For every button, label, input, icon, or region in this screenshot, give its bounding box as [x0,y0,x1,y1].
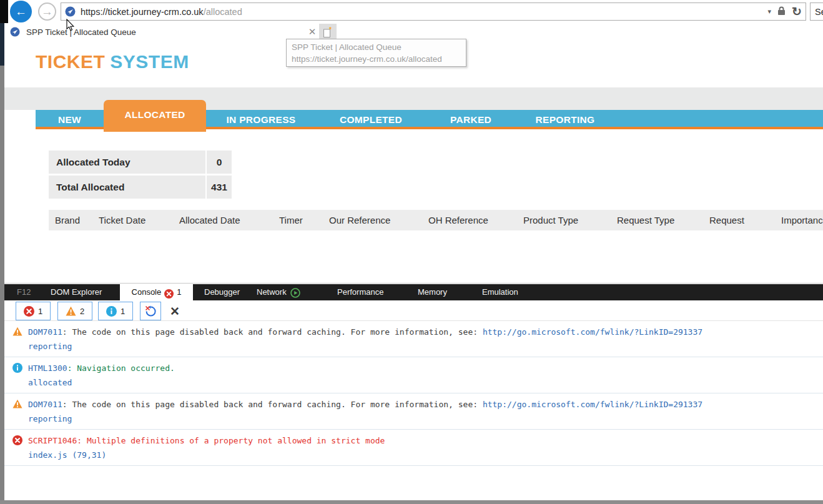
ie-window: ← → https://ticket.journey-crm.co.uk/all… [0,0,823,504]
console-message-body: : The code on this page disabled back an… [62,327,483,337]
column-header-oh-reference[interactable]: OH Reference [428,210,488,230]
console-message-source[interactable]: reporting [28,339,817,353]
stat-value: 0 [207,151,232,174]
record-play-icon [290,287,300,297]
devtools-tab-console[interactable]: Console1 [120,284,193,300]
window-edge [0,500,823,504]
console-message-text: DOM7011: The code on this page disabled … [28,327,702,337]
warning-icon [66,306,76,317]
nav-tab-completed[interactable]: COMPLETED [316,110,426,129]
console-message-source[interactable]: index.js (79,31) [28,448,817,462]
back-arrow-icon: ← [15,6,27,17]
console-message-source[interactable]: allocated [28,375,817,390]
forward-button[interactable]: → [38,2,56,21]
console-message-info: HTML1300: Navigation occurred.allocated [4,357,823,393]
url-text: https://ticket.journey-crm.co.uk/allocat… [81,7,762,17]
queue-nav: NEWALLOCATEDIN PROGRESSCOMPLETEDPARKEDRE… [36,100,823,132]
column-header-request-type[interactable]: Request Type [617,210,674,230]
devtools-tab-performance[interactable]: Performance [337,284,383,300]
logo-ticket: TICKET [36,51,105,72]
tab-close-icon[interactable]: ✕ [307,26,318,37]
column-header-importance[interactable]: Importance [781,210,823,230]
search-text: Se [815,7,823,17]
filter-warnings-button[interactable]: 2 [57,302,92,320]
error-icon [12,435,22,445]
filter-count: 1 [121,307,125,316]
nav-tab-reporting[interactable]: REPORTING [516,110,614,129]
console-message-warning: DOM7011: The code on this page disabled … [4,321,823,357]
devtools-tab-label: Emulation [482,287,518,297]
console-message-body: : Navigation occurred. [67,363,175,373]
warning-icon [12,327,22,337]
stat-value: 431 [207,175,232,199]
browser-tab[interactable]: SPP Ticket | Allocated Queue [10,23,325,41]
browser-toolbar: ← → https://ticket.journey-crm.co.uk/all… [8,0,823,23]
nav-tab-allocated[interactable]: ALLOCATED [104,100,206,132]
clear-on-navigate-icon [145,305,157,317]
forward-arrow-icon: → [41,6,53,17]
console-message-text: DOM7011: The code on this page disabled … [28,400,702,409]
filter-info-button[interactable]: 1 [98,302,133,320]
column-header-request[interactable]: Request [709,210,744,230]
stat-label: Allocated Today [49,151,205,174]
stat-label: Total Allocated [49,175,205,199]
warning-icon [12,399,22,409]
new-tab-button[interactable]: * [319,24,337,41]
console-toolbar: 121✕ [4,300,823,321]
info-icon [12,363,22,373]
console-message-code: HTML1300 [28,363,67,373]
devtools-tab-label: Debugger [204,287,240,297]
console-message-source[interactable]: reporting [28,412,817,426]
console-message-body: : The code on this page disabled back an… [62,400,483,409]
devtools-tab-memory[interactable]: Memory [418,284,447,300]
refresh-icon[interactable]: ↻ [792,4,802,19]
clear-console-button[interactable]: ✕ [165,302,184,320]
queue-table-header: BrandTicket DateAllocated DateTimerOur R… [49,210,823,230]
svg-text:*: * [329,27,332,33]
tab-favicon [10,27,21,37]
clear-on-navigate-button[interactable] [140,302,161,320]
tab-title: SPP Ticket | Allocated Queue [26,27,136,37]
devtools-tab-dom-explorer[interactable]: DOM Explorer [51,284,102,300]
console-error-badge-count: 1 [177,284,181,300]
search-input[interactable]: Se [810,2,823,21]
column-header-timer[interactable]: Timer [279,210,303,230]
column-header-ticket-date[interactable]: Ticket Date [99,210,145,230]
console-message-link[interactable]: http://go.microsoft.com/fwlink/?LinkID=2… [483,400,702,409]
info-icon [106,306,117,317]
column-header-allocated-date[interactable]: Allocated Date [179,210,240,230]
console-message-text: HTML1300: Navigation occurred. [28,363,175,373]
console-message-text: SCRIPT1046: Multiple definitions of a pr… [28,436,385,445]
lock-icon [777,6,786,17]
devtools-top-border [4,283,823,284]
site-favicon [65,6,76,17]
devtools-tab-label: Console [132,284,162,300]
devtools-tab-network[interactable]: Network [257,284,300,300]
mouse-cursor [66,19,76,32]
console-message-link[interactable]: http://go.microsoft.com/fwlink/?LinkID=2… [483,327,702,337]
window-edge [0,66,4,504]
devtools-tab-debugger[interactable]: Debugger [204,284,240,300]
nav-tab-in-progress[interactable]: IN PROGRESS [206,110,316,129]
devtools-tab-label: Performance [337,287,383,297]
console-output: DOM7011: The code on this page disabled … [4,321,823,466]
devtools-menu-f12[interactable]: F12 [17,284,31,300]
back-button[interactable]: ← [10,1,32,22]
column-header-our-reference[interactable]: Our Reference [329,210,390,230]
devtools-tab-emulation[interactable]: Emulation [482,284,518,300]
devtools-tab-bar: F12 DOM ExplorerConsole1DebuggerNetworkP… [4,284,823,300]
address-bar[interactable]: https://ticket.journey-crm.co.uk/allocat… [61,2,806,21]
console-message-body: : Multiple definitions of a property not… [77,436,385,445]
nav-tab-new[interactable]: NEW [36,110,104,129]
filter-errors-button[interactable]: 1 [16,302,51,320]
nav-tab-parked[interactable]: PARKED [426,110,516,129]
allocation-stats: Allocated Today0Total Allocated431 [49,151,232,200]
column-header-brand[interactable]: Brand [55,210,80,230]
address-dropdown-icon[interactable]: ▾ [768,7,772,16]
window-edge [0,0,8,23]
clear-icon: ✕ [170,304,180,319]
console-message-code: DOM7011 [28,400,62,409]
devtools-tab-label: Memory [418,287,447,297]
column-header-product-type[interactable]: Product Type [523,210,578,230]
app-logo: TICKETSYSTEM [36,51,189,72]
